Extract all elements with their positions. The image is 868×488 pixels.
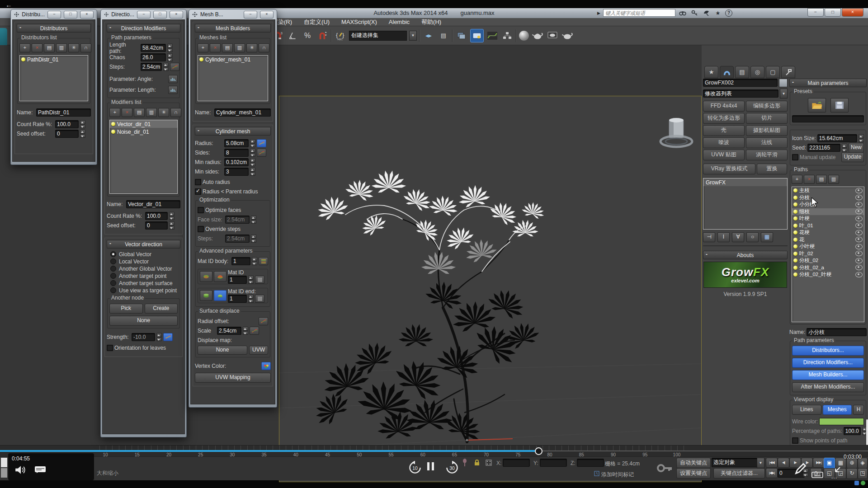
set-key-icon[interactable]: [656, 460, 673, 477]
menu-alembic[interactable]: Alembic: [389, 19, 410, 25]
path-visibility-eye-icon[interactable]: [855, 202, 863, 207]
tab-create-icon[interactable]: ★: [704, 66, 718, 78]
path-visibility-eye-icon[interactable]: [855, 188, 863, 193]
radio-another-target-surface[interactable]: Another target surface: [110, 280, 180, 286]
auto-radius-checkbox[interactable]: [195, 179, 201, 185]
link-item-icon[interactable]: ∩: [80, 43, 91, 52]
path-bulb-icon[interactable]: [793, 224, 797, 228]
rewind-10-icon[interactable]: 10: [408, 461, 422, 476]
path-visibility-eye-icon[interactable]: [855, 209, 863, 214]
dialog-minimize-button[interactable]: −: [244, 11, 257, 19]
optimize-faces-checkbox[interactable]: [198, 207, 204, 213]
radio-use-view-target[interactable]: Use view as target point: [110, 287, 180, 294]
path-list-item[interactable]: 分枝_02: [792, 257, 864, 264]
auto-key-button[interactable]: 自动关键点: [676, 458, 711, 468]
pick-button[interactable]: Pick: [109, 304, 143, 314]
path-bulb-icon[interactable]: [793, 266, 797, 270]
configure-modifier-sets-icon[interactable]: ▦: [761, 232, 773, 242]
path-list-item[interactable]: 小叶梗: [792, 243, 864, 250]
modifiers-list[interactable]: Vector_dir_01 Noise_dir_01: [109, 120, 178, 194]
path-name-field[interactable]: 小分枝: [807, 328, 867, 336]
path-visibility-eye-icon[interactable]: [855, 216, 863, 221]
path-visibility-eye-icon[interactable]: [855, 195, 863, 200]
direction-dialog-titlebar[interactable]: Directio... − □ ×: [102, 9, 185, 19]
stack-item-growfx[interactable]: GrowFX: [703, 178, 787, 186]
pause-icon[interactable]: [427, 462, 434, 470]
path-list-item[interactable]: 分枝: [792, 194, 864, 202]
dialog-close-button[interactable]: ×: [80, 11, 94, 19]
orbit-button[interactable]: ↻: [846, 468, 858, 479]
mat-id-body-spinner[interactable]: [252, 257, 257, 265]
paste-item-icon[interactable]: ▥: [234, 43, 245, 52]
seed-offset-spinner[interactable]: [80, 130, 85, 138]
list-item[interactable]: Vector_dir_01: [110, 120, 177, 128]
distributors-list[interactable]: PathDistr_01: [19, 55, 88, 101]
volume-icon[interactable]: [14, 465, 26, 476]
path-bulb-icon[interactable]: [793, 188, 797, 192]
count-rate-spinner[interactable]: [169, 212, 175, 220]
displace-scale-spinner[interactable]: [243, 327, 248, 335]
count-rate-spinner[interactable]: [80, 120, 85, 128]
tab-motion-icon[interactable]: ◎: [750, 66, 764, 78]
video-progress-bar[interactable]: [0, 450, 538, 452]
save-preset-icon[interactable]: [830, 98, 849, 113]
distributor-name-field[interactable]: PathDistr_01: [36, 108, 91, 117]
orientation-for-leaves-checkbox[interactable]: [107, 345, 113, 351]
mat-id-body-field[interactable]: 1: [231, 257, 250, 265]
back-arrow-icon[interactable]: ←: [5, 1, 12, 9]
path-list-item[interactable]: 分枝_02_a: [792, 264, 864, 272]
link-item-icon[interactable]: ∩: [170, 108, 181, 117]
new-item-icon[interactable]: +: [198, 43, 208, 52]
show-points-checkbox[interactable]: [792, 437, 798, 444]
create-button[interactable]: Create: [145, 304, 178, 314]
tab-display-icon[interactable]: ▢: [766, 66, 780, 78]
menu-maxscript[interactable]: MAXScript(X): [341, 19, 377, 25]
panel-scrollbar[interactable]: [866, 419, 868, 445]
strength-field[interactable]: -10.0: [132, 333, 155, 341]
displace-map-uvw-button[interactable]: UVW: [249, 346, 268, 355]
forward-30-icon[interactable]: 30: [445, 461, 459, 476]
object-color-swatch[interactable]: [779, 79, 788, 87]
override-steps-checkbox[interactable]: [198, 226, 204, 232]
material-editor-icon[interactable]: [519, 31, 529, 41]
new-item-icon[interactable]: +: [19, 43, 30, 52]
path-bulb-icon[interactable]: [793, 216, 797, 221]
sides-spinner[interactable]: [250, 149, 255, 157]
strength-curve-icon[interactable]: [163, 333, 173, 341]
uvw-mapping-button[interactable]: UVW Mapping: [195, 373, 271, 383]
path-list-item[interactable]: 细枝: [792, 208, 864, 216]
communication-center-icon[interactable]: [702, 9, 711, 17]
opt-steps-spinner[interactable]: [251, 235, 256, 243]
mat-id-end-spinner[interactable]: [248, 295, 254, 303]
help-icon[interactable]: ?: [725, 9, 732, 17]
delete-item-icon[interactable]: ×: [32, 43, 42, 52]
seed-spinner[interactable]: [842, 144, 847, 152]
mat-id-list-icon[interactable]: [259, 257, 268, 265]
length-graph-icon[interactable]: [168, 86, 178, 94]
render-setup-icon[interactable]: [531, 29, 544, 42]
distributors-dialog-titlebar[interactable]: Distribu... − □ ×: [12, 9, 95, 19]
add-path-icon[interactable]: +: [792, 175, 802, 184]
modifier-button[interactable]: 转化为多边形: [703, 113, 745, 124]
wire-color-swatch[interactable]: [819, 418, 864, 425]
y-coordinate-field[interactable]: [540, 459, 567, 467]
tab-modify-icon[interactable]: [720, 66, 734, 78]
modifier-button[interactable]: 壳: [703, 125, 745, 136]
modifier-button[interactable]: 编辑多边形: [746, 101, 788, 112]
count-rate-field[interactable]: 100.0: [145, 212, 168, 220]
distributors-rollout-header[interactable]: -Distributors: [17, 24, 91, 33]
none-node-button[interactable]: None: [109, 316, 178, 326]
direction-modifiers-button[interactable]: Direction Modifiers...: [792, 358, 864, 368]
cap-flat-start-icon[interactable]: [200, 271, 212, 282]
lines-button[interactable]: Lines: [792, 405, 821, 415]
length-path-spinner[interactable]: [167, 44, 173, 52]
radio-another-target-point[interactable]: Another target point: [110, 272, 180, 279]
cap-dome-start-icon[interactable]: [214, 271, 226, 282]
angle-graph-icon[interactable]: [168, 75, 178, 83]
path-list-item[interactable]: 叶梗: [792, 215, 864, 222]
delete-item-icon[interactable]: ×: [122, 108, 132, 117]
align-icon[interactable]: ▤: [437, 29, 450, 42]
path-list-item[interactable]: 主枝: [792, 187, 864, 194]
distributors-dialog[interactable]: Distribu... − □ × -Distributors Distribu…: [10, 9, 97, 165]
modifier-stack[interactable]: GrowFX: [703, 178, 788, 230]
